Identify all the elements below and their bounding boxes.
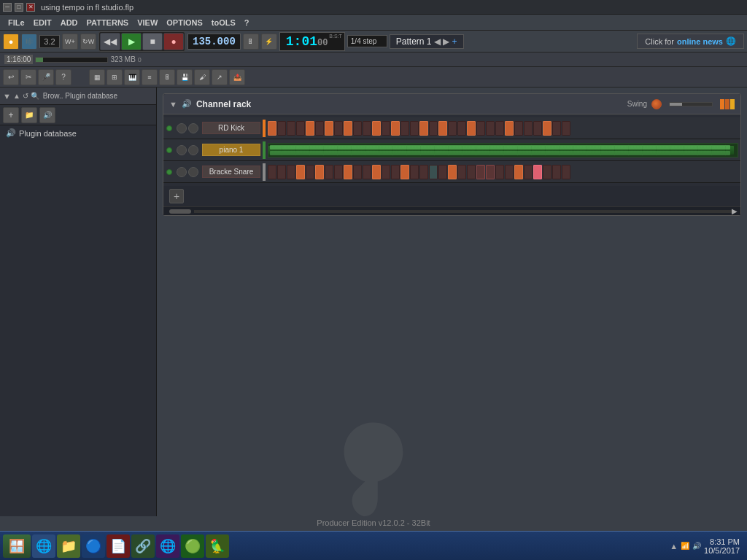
pattern-prev[interactable]: ◀ [434,36,441,47]
step[interactable] [419,165,428,179]
tray-volume-icon[interactable]: 🔊 [692,542,701,550]
step[interactable] [382,121,390,136]
step[interactable] [438,165,447,179]
help-btn2[interactable]: ? [55,69,71,85]
taskbar-ie[interactable]: 🌐 [32,534,55,558]
taskbar-torrent[interactable]: 🌐 [156,534,179,558]
close-btn[interactable]: ✕ [26,3,35,12]
record-mode-btn[interactable]: ● [3,34,19,50]
menu-edit[interactable]: EDIT [30,17,55,28]
record-btn[interactable]: ● [163,33,184,50]
scroll-thumb[interactable] [169,209,191,214]
step[interactable] [334,165,343,179]
step[interactable] [419,121,428,136]
ch-btn1-snare[interactable] [177,167,187,177]
step[interactable] [552,165,561,179]
step[interactable] [429,121,438,136]
step[interactable] [353,121,362,136]
ch-btn2-piano[interactable] [188,145,198,155]
scroll-right-btn[interactable]: ▶ [732,207,738,215]
step[interactable] [306,165,314,179]
step[interactable] [400,165,409,179]
taskbar-green[interactable]: 🟢 [181,534,204,558]
step[interactable] [325,121,333,136]
step[interactable] [448,165,457,179]
channel-rack-btn[interactable]: ▦ [89,69,105,85]
step[interactable] [277,165,286,179]
step[interactable] [543,165,551,179]
start-button[interactable]: 🪟 [3,534,31,558]
step[interactable] [296,121,305,136]
ch-name-piano[interactable]: piano 1 [202,144,260,156]
ch-active-piano[interactable] [166,147,172,153]
menu-add[interactable]: ADD [57,17,82,28]
loop-btn[interactable]: ↻W [80,34,96,50]
piano-roll-bar[interactable] [268,143,738,158]
taskbar-explorer[interactable]: 📁 [57,534,80,558]
step[interactable] [296,165,305,179]
ch-name-snare[interactable]: Bracke Snare [202,166,260,178]
menu-patterns[interactable]: PATTERNS [83,17,133,28]
ch-btn1-piano[interactable] [177,145,187,155]
fx-btn[interactable]: ⚡ [261,34,277,50]
step[interactable] [372,165,381,179]
browser-toggle[interactable]: ▼ [3,92,11,101]
pattern-btn[interactable]: ⊞ [107,69,123,85]
tray-chevron[interactable]: ▲ [670,542,678,551]
menu-view[interactable]: VIEW [133,17,161,28]
browser-up[interactable]: ▲ [13,92,20,100]
ch-active-snare[interactable] [166,169,172,175]
step[interactable] [344,165,352,179]
menu-file[interactable]: FILe [4,17,28,28]
pattern-add[interactable]: + [452,36,457,47]
step[interactable] [562,165,570,179]
paint-btn[interactable]: 🖌 [194,69,210,85]
step[interactable] [353,165,362,179]
channel-rack-arrow[interactable]: ▼ [169,100,177,109]
mic-btn[interactable]: 🎤 [38,69,54,85]
menu-options[interactable]: OPTIONS [163,17,206,28]
swing-knob[interactable] [651,99,662,109]
cut-btn[interactable]: ✂ [20,69,36,85]
horizontal-scrollbar[interactable]: ▶ [163,206,740,215]
online-news-btn[interactable]: Click for online news 🌐 [637,34,744,49]
step[interactable] [410,121,419,136]
step[interactable] [505,121,514,136]
taskbar-pdf[interactable]: 📄 [107,534,130,558]
step[interactable] [306,121,314,136]
step[interactable] [467,165,476,179]
scroll-track[interactable] [194,210,732,213]
step[interactable] [372,121,381,136]
step-seq-btn[interactable]: ≡ [142,69,158,85]
browser-search[interactable]: 🔍 [31,92,39,100]
step-display[interactable]: 1/4 step [347,35,387,47]
step[interactable] [315,165,324,179]
tempo-display[interactable]: 135.000 [187,34,241,50]
taskbar-fl[interactable]: 🦜 [206,534,229,558]
step[interactable] [495,121,504,136]
pos-field[interactable]: 1:16:00 [4,55,33,64]
step[interactable] [391,165,400,179]
plugin-database-item[interactable]: 🔊 Plugin database [0,125,156,141]
swing-slider[interactable] [669,102,713,106]
step[interactable] [457,121,466,136]
step[interactable] [514,165,523,179]
step[interactable] [438,121,447,136]
step[interactable] [344,121,352,136]
maximize-btn[interactable]: □ [15,3,23,12]
save-btn[interactable]: 💾 [177,69,193,85]
ch-name-kick[interactable]: RD Kick [202,122,260,134]
step[interactable] [277,121,286,136]
step[interactable] [325,165,333,179]
step[interactable] [315,121,324,136]
step[interactable] [524,121,533,136]
step[interactable] [476,121,485,136]
step[interactable] [287,121,295,136]
browser-refresh[interactable]: ↺ [23,92,28,100]
mixer-view-btn[interactable]: 🎚 [159,69,175,85]
pattern-next[interactable]: ▶ [443,36,452,47]
step[interactable] [533,165,542,179]
ch-btn2-kick[interactable] [188,123,198,133]
loop-back-btn[interactable]: ↩ [3,69,19,85]
step[interactable] [334,121,343,136]
